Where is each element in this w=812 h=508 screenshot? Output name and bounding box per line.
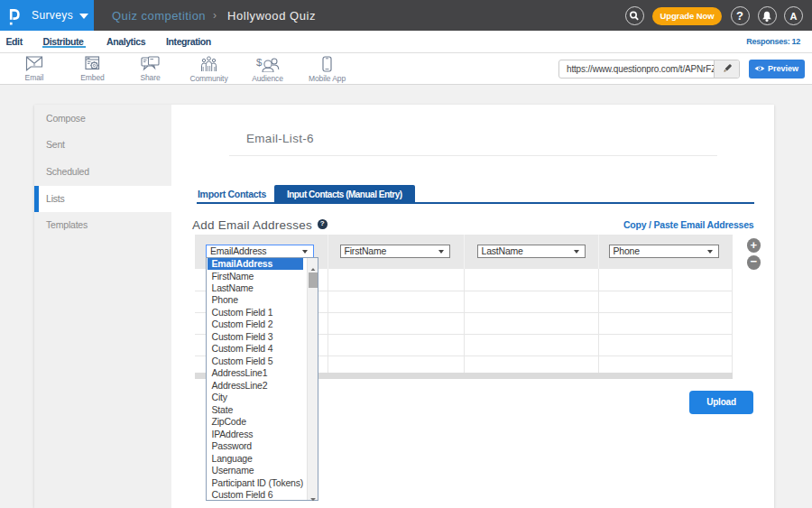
svg-text:$: $: [256, 57, 263, 68]
